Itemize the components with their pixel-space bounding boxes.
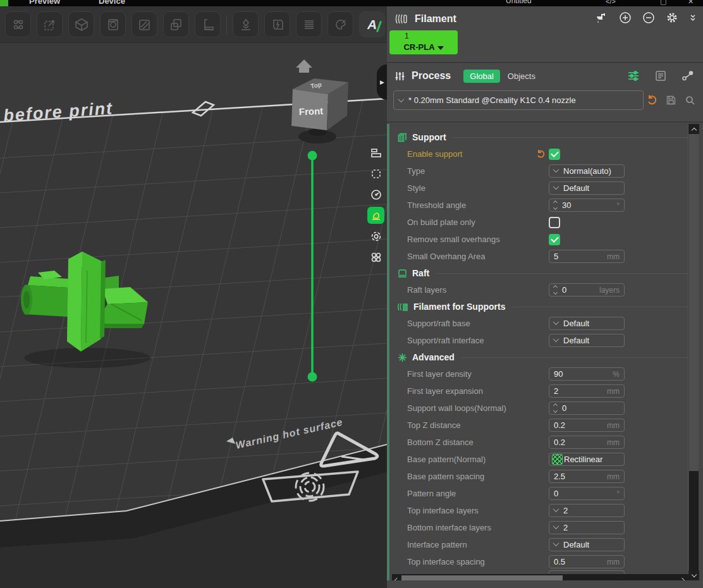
section-advanced[interactable]: Advanced bbox=[389, 349, 703, 365]
interface-pattern-select[interactable]: Default bbox=[549, 538, 625, 551]
setting-row: Support/raft interface Default bbox=[389, 332, 703, 349]
vertical-scroll-thumb[interactable] bbox=[689, 134, 699, 471]
seam-paint-icon[interactable] bbox=[367, 228, 384, 245]
first-layer-expansion-input[interactable]: 2 mm bbox=[549, 384, 625, 398]
spinner-arrows-icon[interactable] bbox=[554, 404, 557, 412]
spinner-arrows-icon[interactable] bbox=[554, 201, 557, 209]
setting-row: First layer density 90 % bbox=[389, 365, 703, 383]
support-line-bottom-handle bbox=[308, 372, 317, 382]
small-overhang-area-input[interactable]: 5 mm bbox=[549, 250, 625, 263]
table-view-icon[interactable] bbox=[655, 70, 666, 82]
raft-layers-spinner[interactable]: 0 layers bbox=[549, 283, 625, 297]
setting-label: Top Z distance bbox=[407, 420, 549, 430]
bottom-z-distance-input[interactable]: 0.2 mm bbox=[549, 436, 625, 449]
scroll-down-button[interactable] bbox=[688, 570, 699, 580]
type-select[interactable]: Normal(auto) bbox=[549, 164, 625, 178]
side-tool-strip bbox=[367, 144, 384, 266]
setting-row: Raft layers 0 layers bbox=[389, 281, 703, 298]
undo-icon[interactable] bbox=[536, 149, 549, 159]
filament-title: Filament bbox=[415, 13, 456, 25]
support-figure-icon[interactable] bbox=[233, 11, 259, 37]
clone-icon[interactable] bbox=[163, 11, 189, 37]
pattern-angle-input[interactable]: 0 ° bbox=[549, 487, 625, 500]
base-pattern-select[interactable]: Rectilinear bbox=[549, 453, 625, 466]
camera-box-icon[interactable] bbox=[100, 11, 126, 37]
collapse-chevrons-icon[interactable] bbox=[689, 13, 697, 22]
support-raft-base-select[interactable]: Default bbox=[549, 317, 625, 330]
viewport-3d[interactable]: before print Warning hot surface bbox=[0, 6, 387, 588]
scale-icon[interactable] bbox=[37, 11, 63, 37]
layers-icon[interactable] bbox=[296, 11, 322, 37]
setting-row: Bottom Z distance 0.2 mm bbox=[389, 434, 703, 451]
panel-flyout-button[interactable]: ▶ bbox=[377, 64, 387, 100]
top-interface-spacing-input[interactable]: 0.5 mm bbox=[549, 555, 625, 568]
top-z-distance-input[interactable]: 0.2 mm bbox=[549, 419, 625, 432]
app-logo bbox=[0, 0, 8, 6]
setting-label: First layer density bbox=[407, 369, 549, 379]
printer-box-icon[interactable] bbox=[68, 11, 94, 37]
profile-select[interactable]: * 0.20mm Standard @Creality K1C 0.4 nozz… bbox=[393, 90, 644, 110]
search-icon[interactable] bbox=[685, 95, 695, 106]
process-header: Process Global Objects bbox=[387, 64, 703, 87]
base-pattern-spacing-input[interactable]: 2.5 mm bbox=[549, 470, 625, 483]
undo-icon[interactable] bbox=[646, 94, 657, 106]
paint-icon[interactable] bbox=[327, 11, 353, 37]
layer-height-icon[interactable] bbox=[367, 144, 384, 161]
build-plate-scene[interactable]: before print Warning hot surface bbox=[0, 6, 387, 588]
style-select[interactable]: Default bbox=[549, 181, 625, 195]
close-icon[interactable]: ✕ bbox=[688, 0, 694, 6]
support-wall-loops-spinner[interactable]: 0 bbox=[549, 401, 625, 415]
arrange-icon[interactable] bbox=[5, 11, 31, 37]
remove-small-overhangs-checkbox[interactable] bbox=[549, 234, 560, 245]
select-area-icon[interactable] bbox=[367, 165, 384, 182]
on-build-plate-only-checkbox[interactable] bbox=[549, 217, 560, 228]
setting-label: Threshold angle bbox=[407, 200, 549, 210]
filament-coil-icon bbox=[394, 13, 408, 25]
spinner-arrows-icon[interactable] bbox=[554, 286, 557, 294]
first-layer-density-input[interactable]: 90 % bbox=[549, 367, 625, 381]
param-list-icon[interactable] bbox=[627, 70, 640, 82]
setting-row: Support/raft base Default bbox=[389, 315, 703, 332]
scroll-up-button[interactable] bbox=[688, 124, 699, 134]
viewport-toolbar: A bbox=[5, 11, 385, 37]
setting-label: Pattern angle bbox=[407, 489, 549, 498]
cut-box-icon[interactable] bbox=[264, 11, 290, 37]
tab-device[interactable]: Device bbox=[99, 0, 125, 6]
section-raft[interactable]: Raft bbox=[389, 265, 703, 281]
divider bbox=[387, 121, 703, 123]
tab-objects[interactable]: Objects bbox=[508, 71, 535, 81]
clipped-next-row bbox=[549, 570, 625, 573]
support-section-icon bbox=[397, 132, 408, 143]
filament-slot-chip[interactable]: 1 CR-PLA bbox=[389, 30, 458, 54]
text-icon[interactable]: A bbox=[359, 11, 385, 37]
enable-support-checkbox[interactable] bbox=[549, 149, 560, 160]
section-support[interactable]: Support bbox=[389, 129, 703, 145]
code-icon[interactable]: </> bbox=[606, 0, 616, 5]
settings-gear-icon[interactable] bbox=[666, 11, 678, 24]
more-tools-icon[interactable] bbox=[367, 248, 384, 266]
save-icon[interactable] bbox=[666, 95, 676, 106]
chevron-down-icon bbox=[398, 96, 405, 102]
vertical-scrollbar[interactable] bbox=[688, 124, 699, 580]
ruler-icon[interactable] bbox=[195, 11, 221, 37]
restore-icon[interactable]: ▢ bbox=[660, 0, 666, 6]
setting-label: Support/raft base bbox=[407, 319, 549, 328]
remove-circle-icon[interactable] bbox=[642, 11, 655, 24]
speed-gauge-icon[interactable] bbox=[367, 186, 384, 203]
threshold-angle-spinner[interactable]: 30 ° bbox=[549, 199, 625, 212]
titlebar: Preview Device Untitled </> ▢ ✕ bbox=[0, 0, 703, 6]
tab-global[interactable]: Global bbox=[463, 70, 500, 83]
lay-flat-icon[interactable] bbox=[131, 11, 157, 37]
chevron-down-icon bbox=[553, 166, 559, 173]
flush-faucet-icon[interactable] bbox=[594, 11, 608, 25]
support-paint-icon[interactable] bbox=[367, 207, 384, 224]
tab-preview[interactable]: Preview bbox=[29, 0, 60, 6]
compare-icon[interactable] bbox=[682, 70, 694, 82]
bottom-interface-layers-select[interactable]: 2 bbox=[549, 521, 625, 534]
section-filament-for-supports[interactable]: Filament for Supports bbox=[389, 298, 703, 315]
support-raft-interface-select[interactable]: Default bbox=[549, 334, 625, 347]
add-circle-icon[interactable] bbox=[619, 11, 632, 24]
setting-label: Base pattern spacing bbox=[407, 472, 549, 481]
top-interface-layers-select[interactable]: 2 bbox=[549, 504, 625, 517]
settings-scroll-area[interactable]: Support Enable support Type Normal(auto) bbox=[387, 124, 703, 580]
